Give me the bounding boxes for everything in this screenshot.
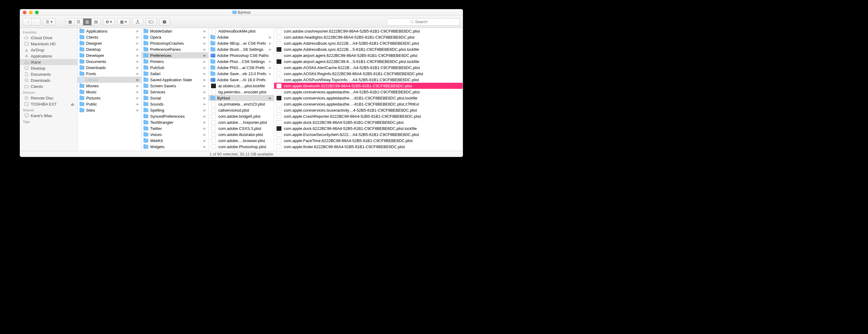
coverflow-view-button[interactable]: ▤: [92, 19, 100, 25]
list-view-button[interactable]: ☰: [74, 19, 83, 25]
file-row[interactable]: Developer▶: [78, 52, 141, 58]
file-row[interactable]: ca.primatela…ench23.plist: [209, 101, 274, 107]
file-row[interactable]: com.adobe.illustrator.plist: [209, 131, 274, 137]
file-row[interactable]: com.apple.airport.agent.6222BC99-86A4-52…: [274, 52, 463, 58]
file-row[interactable]: Adobe PNG…at CS6 Prefs▶: [209, 65, 274, 71]
file-row[interactable]: com.apple.coreservices.lsuseractivity…4-…: [274, 107, 463, 113]
file-row[interactable]: PreferencePanes▶: [142, 46, 208, 52]
file-row[interactable]: callservicesd.plist: [209, 107, 274, 113]
minimize-button[interactable]: [29, 11, 33, 14]
file-row[interactable]: Applications▶: [78, 28, 141, 34]
file-row[interactable]: Twitter▶: [142, 125, 208, 131]
file-row[interactable]: AddressBookMe.plist: [209, 28, 274, 34]
zoom-button[interactable]: [35, 11, 39, 14]
sidebar-item-remote-disc[interactable]: Remote Disc: [20, 95, 78, 101]
tags-button[interactable]: [146, 18, 157, 26]
search-field[interactable]: [387, 18, 460, 26]
file-row[interactable]: bg.peterniko…encoder.plist: [209, 89, 274, 95]
sidebar-item-applications[interactable]: ⌂AApplications: [20, 53, 78, 59]
file-row[interactable]: PubSub▶: [142, 65, 208, 71]
action-menu[interactable]: ✿ ▾: [103, 18, 115, 26]
file-row[interactable]: com.apple.AddressBook.sync.6222B…5-81B1-…: [274, 46, 463, 52]
close-button[interactable]: [23, 11, 27, 14]
file-row[interactable]: WebKit▶: [142, 137, 208, 143]
sidebar-item-kane-s-imac[interactable]: Kane's iMac: [20, 112, 78, 119]
back-button[interactable]: 〈: [23, 19, 32, 25]
file-row[interactable]: com.apple.AOSKit.RegInfo.6222BC99-86A4-5…: [274, 71, 463, 77]
file-row[interactable]: Adobe Photoshop CS6 Paths: [209, 52, 274, 58]
file-row[interactable]: SyncedPreferences▶: [142, 113, 208, 119]
file-row[interactable]: com.apple.dock.6222BC99-86A4-52B5-81B1-C…: [274, 119, 463, 125]
file-row[interactable]: Movies▶: [78, 83, 141, 89]
file-row[interactable]: TextWrangler▶: [142, 119, 208, 125]
file-row[interactable]: com.apple.Bluetooth.6222BC99-86A4-52B5-8…: [274, 83, 463, 89]
icon-view-button[interactable]: ▦: [66, 19, 74, 25]
file-row[interactable]: Spelling▶: [142, 107, 208, 113]
sidebar-item-airdrop[interactable]: AirDrop: [20, 47, 78, 53]
file-row[interactable]: Screen Savers▶: [142, 83, 208, 89]
file-row[interactable]: com.apple.coreservices.appleidauthe…-81B…: [274, 95, 463, 101]
sidebar-item-clients[interactable]: Clients: [20, 84, 78, 90]
file-row[interactable]: MobileSafari▶: [142, 28, 208, 34]
file-row[interactable]: Designer▶: [78, 40, 141, 46]
file-row[interactable]: com.adobe.crashreporter.6222BC99-86A4-52…: [274, 28, 463, 34]
file-row[interactable]: com.adobe.bridge5.plist: [209, 113, 274, 119]
file-row[interactable]: com.adobe.…browser.plist: [209, 137, 274, 143]
file-row[interactable]: Pictures▶: [78, 95, 141, 101]
file-row[interactable]: com.adobe.Photoshop.plist: [209, 143, 274, 150]
file-row[interactable]: Sites▶: [78, 107, 141, 113]
file-row[interactable]: com.adobe.headlights.6222BC99-86A4-52B5-…: [274, 34, 463, 40]
file-row[interactable]: Services▶: [142, 89, 208, 95]
file-row[interactable]: Adobe IllExp…er CS6 Prefs▶: [209, 40, 274, 46]
file-row[interactable]: Fonts▶: [78, 71, 141, 77]
file-row[interactable]: Adobe Illustr…S6 Settings▶: [209, 46, 274, 52]
file-row[interactable]: com.apple.AOSPushRelay.TopicInfo.…A4-52B…: [274, 77, 463, 83]
info-button[interactable]: i: [159, 18, 170, 26]
file-row[interactable]: Safari▶: [142, 71, 208, 77]
sidebar-item-icloud-drive[interactable]: iCloud Drive: [20, 35, 78, 41]
file-row[interactable]: Music▶: [78, 89, 141, 95]
file-row[interactable]: com.apple.EscrowSecurityAlert.6222…A4-52…: [274, 131, 463, 137]
file-row[interactable]: Documents▶: [78, 58, 141, 65]
file-row[interactable]: com.apple.finder.6222BC99-86A4-52B5-81B1…: [274, 143, 463, 150]
file-row[interactable]: com.apple.coreservices.appleidauthe…A4-5…: [274, 89, 463, 95]
file-row[interactable]: at.obdev.Litt….plist.lockfile: [209, 83, 274, 89]
file-row[interactable]: com.apple.airport.agent.6222BC99-8…5-81B…: [274, 58, 463, 65]
file-row[interactable]: Widgets▶: [142, 143, 208, 150]
sidebar-item-documents[interactable]: Documents: [20, 71, 78, 77]
file-row[interactable]: PhotoshopCrashes▶: [142, 40, 208, 46]
file-row[interactable]: Voices▶: [142, 131, 208, 137]
file-row[interactable]: Saved Application State▶: [142, 77, 208, 83]
file-row[interactable]: com.apple.AddressBook.sync.6222B…A4-52B5…: [274, 40, 463, 46]
file-row[interactable]: Downloads▶: [78, 65, 141, 71]
file-row[interactable]: com.apple.FaceTime.6222BC99-86A4-52B5-81…: [274, 137, 463, 143]
file-row[interactable]: Public▶: [78, 101, 141, 107]
file-row[interactable]: Adobe Save…eb 13.0 Prefs▶: [209, 71, 274, 77]
search-input[interactable]: [415, 20, 436, 24]
file-row[interactable]: Printers▶: [142, 58, 208, 65]
path-dropdown[interactable]: ☰ ▾: [43, 18, 56, 26]
sidebar-item-desktop[interactable]: Desktop: [20, 65, 78, 71]
file-row[interactable]: com.adobe.CSXS.3.plist: [209, 125, 274, 131]
column-view-button[interactable]: ▥: [83, 19, 92, 25]
file-row[interactable]: Desktop▶: [78, 46, 141, 52]
file-row[interactable]: Sounds▶: [142, 101, 208, 107]
forward-button[interactable]: 〉: [32, 19, 40, 25]
eject-icon[interactable]: ⏏: [71, 102, 74, 106]
file-row[interactable]: Adobe Phot…CS6 Settings▶: [209, 58, 274, 65]
file-row[interactable]: com.apple.coreservices.appleidauthe…-81B…: [274, 101, 463, 107]
file-row[interactable]: Library▶: [78, 77, 141, 83]
file-row[interactable]: Adobe Save…AI 16.0 Prefs: [209, 77, 274, 83]
file-row[interactable]: com.apple.dock.6222BC99-86A4-52B5-81B1-C…: [274, 125, 463, 131]
file-row[interactable]: com.apple.CrashReporter.6222BC99-86A4-52…: [274, 113, 463, 119]
sidebar-item-ikane[interactable]: iKane: [20, 59, 78, 65]
sidebar-item-downloads[interactable]: Downloads: [20, 77, 78, 84]
file-row[interactable]: com.adobe.…hreporter.plist: [209, 119, 274, 125]
file-row[interactable]: Social▶: [142, 95, 208, 101]
share-button[interactable]: [132, 18, 143, 26]
file-row[interactable]: ByHost▶: [209, 95, 274, 101]
file-row[interactable]: Opera▶: [142, 34, 208, 40]
file-row[interactable]: com.apple.AOSKit.AlertCache.6222B…A4-52B…: [274, 65, 463, 71]
sidebar-item-toshiba-ext[interactable]: TOSHIBA EXT⏏: [20, 101, 78, 107]
arrange-menu[interactable]: ▦ ▾: [117, 18, 130, 26]
